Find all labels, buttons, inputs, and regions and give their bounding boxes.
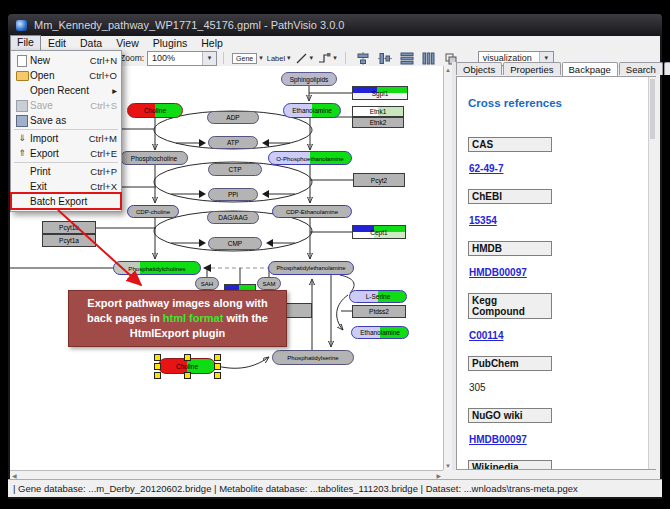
tab-search[interactable]: Search	[619, 62, 663, 75]
selection-handle[interactable]	[154, 372, 161, 379]
cross-reference-link[interactable]: C00114	[469, 330, 503, 341]
canvas-horizontal-scrollbar[interactable]: ◀▶	[10, 470, 443, 479]
new-gene-tool-button[interactable]: Gene ▾	[232, 52, 263, 65]
title-bar[interactable]: Mm_Kennedy_pathway_WP1771_45176.gpml - P…	[8, 14, 662, 36]
file-menu-open[interactable]: OpenCtrl+O	[11, 68, 121, 83]
section-header: CAS	[468, 137, 552, 152]
elbow-connector-icon	[317, 52, 331, 65]
selection-handle[interactable]	[184, 354, 191, 361]
node-ppi[interactable]: PPi	[208, 188, 258, 201]
node-gene-unlabeled[interactable]	[286, 303, 312, 318]
cross-reference-link[interactable]: HMDB00097	[469, 267, 527, 278]
chevron-down-icon[interactable]: ▾	[333, 54, 337, 62]
file-menu-save[interactable]: SaveCtrl+S	[11, 98, 121, 113]
node-atp[interactable]: ATP	[208, 136, 258, 149]
line-tool-button[interactable]: ▾	[295, 52, 314, 65]
file-menu-exit[interactable]: ExitCtrl+X	[11, 179, 121, 194]
connector-tool-button[interactable]: ▾	[317, 52, 337, 65]
file-menu-batch-export[interactable]: Batch Export	[11, 194, 121, 209]
selection-handle[interactable]	[154, 354, 161, 361]
tab-properties[interactable]: Properties	[503, 62, 560, 75]
cross-reference-link[interactable]: HMDB00097	[469, 434, 527, 445]
panel-vertical-scrollbar[interactable]	[648, 77, 656, 469]
node-sgpl1[interactable]: Sgpl1	[352, 86, 408, 100]
selected-node-choline[interactable]: Choline	[158, 358, 216, 374]
align-center-x-button[interactable]	[356, 52, 370, 65]
node-ctp[interactable]: CTP	[208, 163, 262, 176]
node-dag-aag[interactable]: DAG/AAG	[207, 211, 259, 224]
import-icon: ⇓	[18, 134, 26, 143]
menu-plugins[interactable]: Plugins	[146, 36, 194, 50]
submenu-arrow-icon: ▸	[112, 85, 117, 96]
section-header: PubChem	[468, 356, 552, 371]
node-ptdss2[interactable]: Ptdss2	[352, 305, 406, 318]
node-etnk1[interactable]: Etnk1	[352, 106, 404, 117]
chevron-down-icon[interactable]: ▾	[310, 54, 314, 62]
node-sphingolipids[interactable]: Sphingolipids	[281, 72, 337, 86]
node-l-serine[interactable]: L-Serine	[349, 290, 407, 303]
screenshot-root: Mm_Kennedy_pathway_WP1771_45176.gpml - P…	[0, 0, 670, 509]
file-menu-import[interactable]: ⇓ImportCtrl+M	[11, 131, 121, 146]
new-label-tool-button[interactable]: Label ▾	[267, 52, 291, 65]
node-ethanolamine[interactable]: Ethanolamine	[283, 103, 341, 118]
node-phosphocholine[interactable]: Phosphocholine	[120, 151, 188, 165]
scroll-down-icon[interactable]: ▼	[444, 463, 452, 469]
distribute-rows-button[interactable]	[400, 52, 414, 65]
scroll-left-icon[interactable]: ◀	[12, 472, 17, 479]
save-disk-icon	[16, 100, 28, 112]
node-phosphatidylcholines[interactable]: Phosphatidylcholines	[113, 261, 201, 275]
menu-file[interactable]: File	[10, 35, 41, 51]
node-sah[interactable]: SAH	[195, 277, 219, 290]
annotation-callout: Export pathway images along with back pa…	[68, 290, 287, 347]
menu-data[interactable]: Data	[73, 36, 109, 50]
line-icon	[295, 52, 308, 65]
scroll-up-icon[interactable]: ▲	[444, 67, 452, 73]
scrollbar-thumb[interactable]	[650, 79, 655, 139]
node-etnk2[interactable]: Etnk2	[352, 117, 404, 128]
tab-legend[interactable]: Legend	[664, 62, 670, 75]
node-adp[interactable]: ADP	[207, 111, 259, 124]
file-menu-save-as[interactable]: Save as	[11, 113, 121, 128]
section-header: Kegg Compound	[468, 293, 552, 319]
node-pcyt1b[interactable]: Pcyt1b	[42, 221, 96, 234]
node-phosphatidylserine[interactable]: Phosphatidylserine	[272, 350, 354, 365]
cross-reference-link[interactable]: 15354	[469, 215, 497, 226]
menu-edit[interactable]: Edit	[41, 36, 73, 50]
node-pcyt2[interactable]: Pcyt2	[353, 173, 405, 187]
menu-help[interactable]: Help	[194, 36, 230, 50]
menu-view[interactable]: View	[109, 36, 146, 50]
node-phosphatidylethanolamine[interactable]: Phosphatidylethanolamine	[268, 261, 354, 275]
selection-handle[interactable]	[214, 363, 221, 370]
node-pcyt1a[interactable]: Pcyt1a	[42, 234, 96, 247]
node-cmp[interactable]: CMP	[208, 237, 262, 250]
selection-handle[interactable]	[154, 363, 161, 370]
cross-reference-link[interactable]: 62-49-7	[469, 163, 503, 174]
canvas-vertical-scrollbar[interactable]: ▲▼	[443, 66, 452, 470]
selection-handle[interactable]	[184, 372, 191, 379]
section-header: Wikipedia	[468, 460, 552, 470]
chevron-down-icon[interactable]: ▾	[287, 54, 291, 62]
node-o-phosphoethanolamine[interactable]: O-Phosphoethanolamine	[268, 151, 352, 165]
align-center-y-button[interactable]	[378, 52, 392, 65]
node-ethanolamine-2[interactable]: Ethanolamine	[351, 326, 409, 339]
node-cdp-choline[interactable]: CDP-choline	[127, 205, 179, 218]
node-cept1[interactable]: Cept1	[352, 225, 406, 239]
node-choline[interactable]: Choline	[127, 103, 183, 118]
file-menu-export[interactable]: ⇑ExportCtrl+E	[11, 146, 121, 161]
selection-handle[interactable]	[214, 372, 221, 379]
file-menu-open-recent[interactable]: Open Recent▸	[11, 83, 121, 98]
file-menu-print[interactable]: PrintCtrl+P	[11, 164, 121, 179]
scroll-right-icon[interactable]: ▶	[436, 472, 441, 479]
chevron-down-icon[interactable]: ▾	[259, 54, 263, 62]
node-cdp-ethanolamine[interactable]: CDP-Ethanolamine	[272, 205, 352, 218]
export-icon: ⇑	[18, 149, 26, 158]
file-menu-new[interactable]: NewCtrl+N	[11, 53, 121, 68]
zoom-combobox[interactable]: 100% ▾	[147, 51, 217, 66]
distribute-columns-button[interactable]	[422, 52, 436, 65]
chevron-down-icon[interactable]: ▾	[202, 52, 216, 65]
tab-backpage[interactable]: Backpage	[562, 62, 618, 76]
zoom-label: Zoom:	[120, 53, 144, 63]
selection-handle[interactable]	[214, 354, 221, 361]
node-sam[interactable]: SAM	[257, 277, 281, 290]
tab-objects[interactable]: Objects	[456, 62, 502, 75]
